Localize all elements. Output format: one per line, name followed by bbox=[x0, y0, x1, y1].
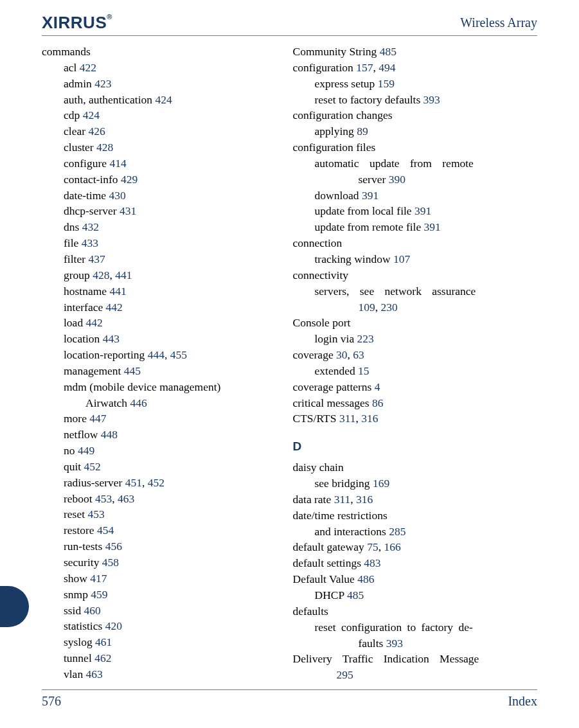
page-ref[interactable]: 417 bbox=[90, 572, 107, 585]
page-ref[interactable]: 441 bbox=[109, 285, 126, 297]
page-ref[interactable]: 494 bbox=[379, 61, 395, 74]
page-ref[interactable]: 169 bbox=[373, 477, 389, 490]
page-ref[interactable]: 311 bbox=[334, 493, 351, 506]
page-ref[interactable]: 295 bbox=[337, 668, 353, 681]
page-ref[interactable]: 453 bbox=[95, 492, 112, 505]
page-ref[interactable]: 316 bbox=[361, 412, 378, 425]
page-ref[interactable]: 391 bbox=[362, 189, 379, 202]
page-ref[interactable]: 452 bbox=[148, 476, 165, 489]
page-ref[interactable]: 451 bbox=[125, 476, 142, 489]
page-ref[interactable]: 230 bbox=[381, 301, 398, 314]
index-entry: show 417 bbox=[42, 571, 287, 587]
page-ref[interactable]: 426 bbox=[88, 125, 105, 138]
page-ref[interactable]: 454 bbox=[97, 524, 114, 537]
page-ref[interactable]: 107 bbox=[393, 253, 410, 265]
page-ref[interactable]: 463 bbox=[118, 492, 134, 505]
page-ref[interactable]: 453 bbox=[87, 508, 104, 520]
index-subentry: update from remote file 391 bbox=[293, 219, 538, 235]
page-ref[interactable]: 420 bbox=[105, 619, 122, 632]
page-ref[interactable]: 431 bbox=[120, 204, 136, 217]
index-subentry: update from local file 391 bbox=[293, 203, 538, 219]
page-ref[interactable]: 159 bbox=[378, 77, 395, 90]
page-ref[interactable]: 424 bbox=[155, 93, 172, 106]
page-content: XIRRUS® Wireless Array commands acl 422 … bbox=[0, 0, 579, 683]
index-subentry: DHCP 485 bbox=[293, 587, 538, 603]
page-ref[interactable]: 423 bbox=[94, 77, 111, 90]
page-ref[interactable]: 444 bbox=[148, 348, 165, 361]
page-ref[interactable]: 432 bbox=[82, 220, 99, 233]
page-ref[interactable]: 462 bbox=[94, 652, 111, 664]
index-entry: default gateway 75, 166 bbox=[293, 539, 538, 555]
index-continuation: 109, 230 bbox=[293, 299, 538, 315]
index-entry: date-time 430 bbox=[42, 188, 287, 204]
index-entry: cdp 424 bbox=[42, 107, 287, 123]
page-ref[interactable]: 448 bbox=[101, 428, 118, 441]
index-entry: configure 414 bbox=[42, 155, 287, 172]
page-ref[interactable]: 157 bbox=[356, 61, 373, 74]
page-ref[interactable]: 443 bbox=[103, 332, 120, 345]
page-ref[interactable]: 442 bbox=[106, 301, 123, 314]
index-heading: commands bbox=[42, 44, 287, 60]
page-ref[interactable]: 75 bbox=[367, 540, 379, 553]
page-ref[interactable]: 393 bbox=[386, 637, 403, 650]
page-ref[interactable]: 441 bbox=[115, 269, 132, 281]
index-subentry: reset configuration to factory de- bbox=[293, 619, 538, 635]
page-ref[interactable]: 166 bbox=[384, 540, 400, 553]
page-ref[interactable]: 485 bbox=[347, 589, 364, 601]
page-ref[interactable]: 445 bbox=[124, 364, 141, 377]
page-ref[interactable]: 458 bbox=[102, 556, 119, 569]
page-ref[interactable]: 430 bbox=[109, 189, 125, 202]
page-ref[interactable]: 447 bbox=[89, 412, 106, 425]
index-entry: ssid 460 bbox=[42, 603, 287, 619]
index-entry: no 449 bbox=[42, 443, 287, 459]
page-ref[interactable]: 4 bbox=[375, 380, 380, 393]
page-ref[interactable]: 446 bbox=[130, 396, 147, 409]
page-ref[interactable]: 422 bbox=[80, 61, 96, 74]
page-ref[interactable]: 391 bbox=[424, 220, 441, 233]
page-ref[interactable]: 449 bbox=[78, 444, 94, 457]
page-ref[interactable]: 428 bbox=[93, 269, 109, 281]
page-ref[interactable]: 311 bbox=[339, 412, 356, 425]
index-entry: load 442 bbox=[42, 315, 287, 331]
page-ref[interactable]: 86 bbox=[372, 396, 384, 409]
page-ref[interactable]: 429 bbox=[121, 173, 138, 186]
page-ref[interactable]: 452 bbox=[84, 460, 101, 473]
page-ref[interactable]: 30 bbox=[336, 348, 348, 361]
page-ref[interactable]: 485 bbox=[380, 45, 396, 58]
page-ref[interactable]: 393 bbox=[423, 93, 440, 106]
page-ref[interactable]: 414 bbox=[109, 157, 126, 170]
page-ref[interactable]: 15 bbox=[358, 364, 370, 377]
page-ref[interactable]: 455 bbox=[170, 348, 187, 361]
index-entry: more 447 bbox=[42, 411, 287, 427]
index-subentry: see bridging 169 bbox=[293, 475, 538, 492]
page-ref[interactable]: 390 bbox=[389, 173, 405, 186]
page-ref[interactable]: 461 bbox=[95, 635, 112, 648]
page-ref[interactable]: 391 bbox=[414, 204, 431, 217]
page-ref[interactable]: 486 bbox=[357, 573, 374, 585]
page-ref[interactable]: 424 bbox=[83, 109, 100, 121]
page-ref[interactable]: 428 bbox=[96, 141, 113, 154]
page-ref[interactable]: 460 bbox=[84, 604, 101, 617]
page-ref[interactable]: 483 bbox=[364, 556, 380, 569]
index-subentry: and interactions 285 bbox=[293, 524, 538, 540]
page-ref[interactable]: 437 bbox=[88, 253, 105, 265]
page-ref[interactable]: 316 bbox=[356, 493, 373, 506]
page-ref[interactable]: 442 bbox=[86, 316, 103, 329]
index-entry: clear 426 bbox=[42, 123, 287, 139]
page-number: 576 bbox=[42, 694, 61, 709]
page-ref[interactable]: 463 bbox=[86, 668, 103, 680]
page-ref[interactable]: 459 bbox=[91, 588, 107, 601]
page-ref[interactable]: 433 bbox=[82, 236, 98, 249]
index-subentry: express setup 159 bbox=[293, 76, 538, 92]
index-entry: location 443 bbox=[42, 331, 287, 347]
page-ref[interactable]: 89 bbox=[357, 125, 368, 138]
index-heading: connection bbox=[293, 235, 538, 251]
page-ref[interactable]: 456 bbox=[105, 540, 122, 553]
page-ref[interactable]: 109 bbox=[359, 301, 375, 314]
index-entry: dhcp-server 431 bbox=[42, 203, 287, 219]
page-ref[interactable]: 63 bbox=[353, 348, 364, 361]
index-entry: group 428, 441 bbox=[42, 267, 287, 283]
page-ref[interactable]: 285 bbox=[389, 525, 405, 538]
index-subentry: servers, see network assurance bbox=[293, 283, 538, 299]
page-ref[interactable]: 223 bbox=[357, 332, 374, 345]
